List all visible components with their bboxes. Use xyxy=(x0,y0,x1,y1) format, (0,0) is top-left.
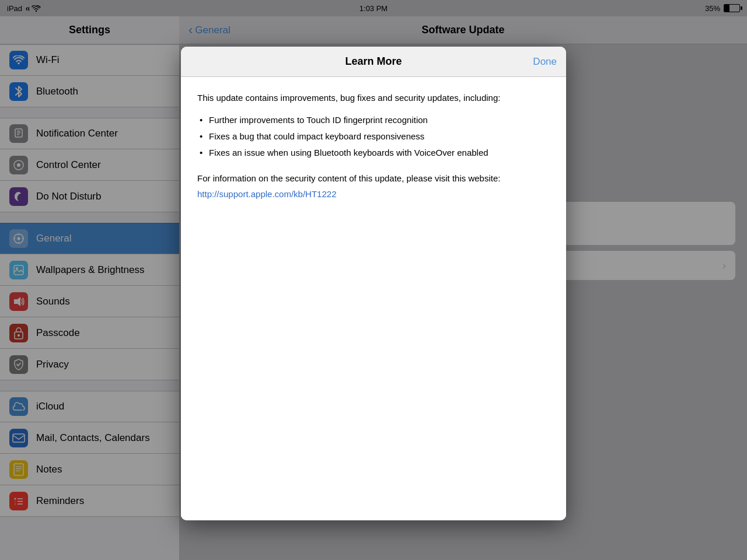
modal-intro: This update contains improvements, bug f… xyxy=(197,91,550,105)
modal-overlay: Learn More Done This update contains imp… xyxy=(0,0,747,560)
modal-bullets: Further improvements to Touch ID fingerp… xyxy=(197,113,550,160)
modal-title: Learn More xyxy=(345,55,402,68)
modal-security-text: For information on the security content … xyxy=(197,172,550,186)
modal-bullet-2: Fixes a bug that could impact keyboard r… xyxy=(197,130,550,144)
modal-bullet-3: Fixes an issue when using Bluetooth keyb… xyxy=(197,146,550,160)
modal-header: Learn More Done xyxy=(181,47,566,77)
learn-more-modal: Learn More Done This update contains imp… xyxy=(181,47,566,520)
modal-body: This update contains improvements, bug f… xyxy=(181,77,566,520)
modal-bullet-1: Further improvements to Touch ID fingerp… xyxy=(197,113,550,127)
modal-done-button[interactable]: Done xyxy=(533,56,557,68)
modal-link[interactable]: http://support.apple.com/kb/HT1222 xyxy=(197,189,336,199)
